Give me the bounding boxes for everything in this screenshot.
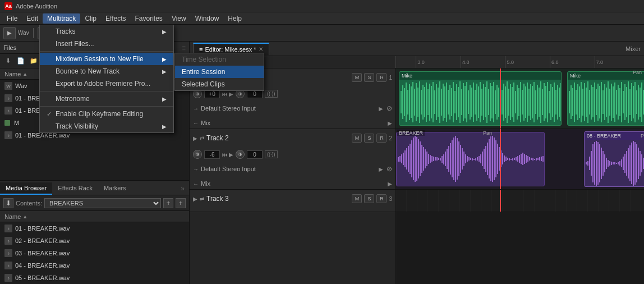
track-2-expand[interactable]: ▶ — [193, 135, 197, 141]
files-sort-icon: ▲ — [22, 71, 27, 77]
media-next-btn[interactable]: + — [176, 198, 186, 208]
track-1-mix-expand[interactable]: ▶ — [388, 120, 392, 126]
track-3-icon: ⇄ — [200, 196, 204, 202]
svg-rect-2 — [402, 85, 403, 119]
svg-rect-87 — [545, 86, 546, 118]
track-1-r-btn[interactable]: R — [376, 73, 387, 82]
submenu-entire-session[interactable]: Entire Session — [175, 66, 264, 78]
svg-rect-77 — [528, 89, 530, 116]
track-1-rew[interactable]: ⏮ — [222, 91, 228, 97]
track-2-db2: 0 — [247, 150, 263, 159]
files-folder-btn[interactable]: 📁 — [28, 56, 39, 66]
track-2-clip-2[interactable]: 08 - BREAKER Pan ⌄ — [584, 131, 644, 187]
tab-effects-rack[interactable]: Effects Rack — [52, 182, 98, 195]
menu-insert-files[interactable]: Insert Files... — [40, 38, 173, 50]
svg-rect-6 — [409, 84, 410, 120]
svg-rect-259 — [616, 163, 617, 164]
track-2-mix-arrow: ← — [193, 181, 199, 187]
mixer-label[interactable]: Mixer — [625, 45, 641, 52]
menu-bounce[interactable]: Bounce to New Track ▶ — [40, 65, 173, 77]
svg-rect-274 — [641, 154, 642, 172]
svg-rect-111 — [591, 85, 592, 120]
menu-track-visibility[interactable]: Track Visibility ▶ — [40, 120, 173, 132]
files-new-btn[interactable]: 📄 — [15, 56, 26, 66]
menu-edit[interactable]: Edit — [22, 13, 43, 24]
menu-help[interactable]: Help — [223, 13, 246, 24]
track-3-expand[interactable]: ▶ — [193, 196, 197, 202]
track-2-mix-expand[interactable]: ▶ — [388, 181, 392, 187]
menu-export-premiere[interactable]: Export to Adobe Premiere Pro... — [40, 77, 173, 90]
tab-markers[interactable]: Markers — [98, 182, 132, 195]
media-list[interactable]: ♪ 01 - BREAKER.wav ♪ 02 - BREAKER.wav ♪ … — [0, 222, 189, 284]
media-folder-select[interactable]: BREAKERS — [44, 198, 161, 208]
svg-rect-73 — [522, 90, 523, 114]
svg-rect-216 — [505, 157, 507, 161]
svg-rect-61 — [502, 90, 503, 114]
menu-sep-2 — [40, 91, 173, 91]
track-1-s-btn[interactable]: S — [364, 73, 374, 82]
menu-enable-keyframe[interactable]: ✓ Enable Clip Keyframe Editing — [40, 108, 173, 120]
svg-rect-47 — [478, 86, 479, 118]
track-2-r-btn[interactable]: R — [376, 134, 387, 143]
track-1-play[interactable]: ▶ — [229, 91, 233, 97]
track-3-s-btn[interactable]: S — [364, 194, 374, 203]
menu-clip[interactable]: Clip — [80, 13, 101, 24]
media-item-4[interactable]: ♪ 04 - BREAKER.wav — [0, 259, 189, 272]
menu-metronome[interactable]: Metronome ▶ — [40, 93, 173, 105]
submenu-selected-clips[interactable]: Selected Clips — [175, 78, 264, 90]
svg-rect-48 — [480, 82, 481, 122]
svg-rect-45 — [475, 90, 476, 114]
files-menu-icon[interactable]: ≡ — [182, 44, 186, 51]
media-prev-btn[interactable]: + — [163, 198, 173, 208]
track-2-phase[interactable]: ⊘ — [387, 165, 392, 173]
menu-file[interactable]: File — [2, 13, 22, 24]
svg-rect-110 — [589, 90, 590, 114]
track-2-vol-knob2[interactable]: ◑ — [236, 150, 245, 159]
media-add-btn[interactable]: ⬇ — [3, 198, 13, 208]
track-2-input: → Default Stereo Input ▶ ⊘ — [190, 162, 395, 176]
ruler-mark-2: 4.0 — [461, 56, 470, 68]
track-1-clip-1[interactable]: Mike // Will be drawn statically below — [399, 71, 562, 126]
tab-media-browser[interactable]: Media Browser — [0, 182, 52, 195]
svg-rect-249 — [599, 144, 600, 182]
track-2-m-btn[interactable]: M — [352, 134, 362, 143]
svg-rect-1 — [401, 91, 402, 113]
svg-rect-244 — [591, 151, 592, 176]
track-1-phase[interactable]: ⊘ — [387, 104, 392, 112]
track-1-m-btn[interactable]: M — [352, 73, 362, 82]
svg-rect-238 — [542, 156, 544, 162]
track-2-play[interactable]: ▶ — [229, 152, 233, 158]
media-toolbar: ⬇ Contents: BREAKERS + + — [0, 195, 189, 211]
track-2-clip-1[interactable] — [396, 132, 545, 186]
menu-effects[interactable]: Effects — [101, 13, 130, 24]
menu-view[interactable]: View — [167, 13, 191, 24]
svg-rect-75 — [525, 86, 526, 118]
svg-rect-202 — [482, 152, 483, 166]
track-1-clip-2[interactable]: Mike — [567, 71, 644, 126]
track-3-m-btn[interactable]: M — [352, 194, 362, 203]
media-item-1[interactable]: ♪ 01 - BREAKER.wav — [0, 222, 189, 235]
svg-rect-269 — [633, 141, 634, 186]
track-3-r-btn[interactable]: R — [376, 194, 387, 203]
files-import-btn[interactable]: ⬇ — [2, 56, 13, 66]
toolbar-btn-1[interactable]: ▶ — [3, 27, 16, 39]
menu-multitrack[interactable]: Multitrack — [43, 13, 80, 24]
menu-favorites[interactable]: Favorites — [131, 13, 167, 24]
media-item-2[interactable]: ♪ 02 - BREAKER.wav — [0, 235, 189, 247]
track-1-input-arrow2[interactable]: ▶ — [379, 106, 383, 112]
menu-tracks-item[interactable]: Tracks ▶ — [40, 25, 173, 38]
menu-mixdown[interactable]: Mixdown Session to New File ▶ Time Selec… — [40, 53, 173, 65]
multitrack-menu: Tracks ▶ Insert Files... Mixdown Session… — [39, 25, 174, 133]
svg-rect-15 — [424, 87, 425, 117]
svg-rect-224 — [519, 155, 520, 163]
menu-window[interactable]: Window — [191, 13, 224, 24]
editor-tab-close[interactable]: ✕ — [259, 46, 263, 52]
track-2-rew[interactable]: ⏮ — [222, 152, 228, 158]
track-2-input-arrow2[interactable]: ▶ — [379, 166, 383, 172]
bottom-expand-icon[interactable]: » — [176, 182, 189, 195]
media-item-5[interactable]: ♪ 05 - BREAKER.wav — [0, 272, 189, 284]
svg-rect-132 — [626, 87, 627, 117]
track-2-s-btn[interactable]: S — [364, 134, 374, 143]
track-2-vol-knob[interactable]: ◑ — [193, 150, 202, 159]
media-item-3[interactable]: ♪ 03 - BREAKER.wav — [0, 247, 189, 259]
